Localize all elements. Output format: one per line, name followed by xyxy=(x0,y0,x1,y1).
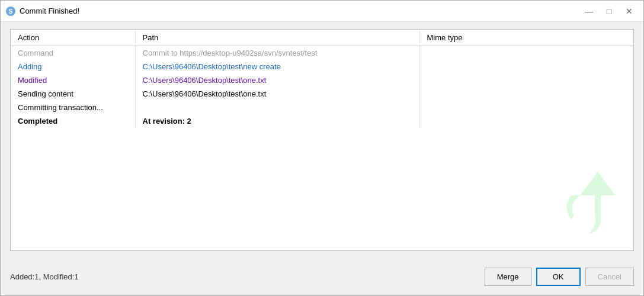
cell-action: Adding xyxy=(11,60,135,73)
cell-path: Commit to https://desktop-u9402sa/svn/sv… xyxy=(135,46,419,60)
title-bar: S Commit Finished! — □ ✕ xyxy=(1,1,643,22)
minimize-button[interactable]: — xyxy=(579,4,598,18)
cell-path: At revision: 2 xyxy=(135,114,419,128)
svn-watermark xyxy=(550,166,621,244)
cell-path: C:\Users\96406\Desktop\test\one.txt xyxy=(135,87,419,101)
table-container: Action Path Mime type CommandCommit to h… xyxy=(10,29,634,251)
window-content: Action Path Mime type CommandCommit to h… xyxy=(1,22,643,258)
col-header-path: Path xyxy=(135,30,419,46)
status-text: Added:1, Modified:1 xyxy=(10,272,79,281)
table-row: CompletedAt revision: 2 xyxy=(11,114,633,128)
cell-action: Sending content xyxy=(11,87,135,101)
svg-text:S: S xyxy=(9,8,13,15)
cell-mime xyxy=(419,46,633,60)
cell-action: Committing transaction... xyxy=(11,101,135,114)
table-row: ModifiedC:\Users\96406\Desktop\test\one.… xyxy=(11,73,633,87)
cell-mime xyxy=(419,73,633,87)
cell-mime xyxy=(419,101,633,114)
table-row: Committing transaction... xyxy=(11,101,633,114)
table-row: CommandCommit to https://desktop-u9402sa… xyxy=(11,46,633,60)
cell-mime xyxy=(419,114,633,128)
cell-action: Completed xyxy=(11,114,135,128)
commit-table: Action Path Mime type CommandCommit to h… xyxy=(11,30,633,128)
footer-buttons: Merge OK Cancel xyxy=(485,268,634,286)
cell-mime xyxy=(419,87,633,101)
cell-path: C:\Users\96406\Desktop\test\new create xyxy=(135,60,419,73)
merge-button[interactable]: Merge xyxy=(485,268,531,286)
cell-path: C:\Users\96406\Desktop\test\one.txt xyxy=(135,73,419,87)
close-button[interactable]: ✕ xyxy=(620,4,639,18)
table-row: AddingC:\Users\96406\Desktop\test\new cr… xyxy=(11,60,633,73)
cell-action: Modified xyxy=(11,73,135,87)
cell-mime xyxy=(419,60,633,73)
cancel-button[interactable]: Cancel xyxy=(585,268,634,286)
col-header-action: Action xyxy=(11,30,135,46)
ok-button[interactable]: OK xyxy=(536,268,581,286)
maximize-button[interactable]: □ xyxy=(600,4,619,18)
cell-action: Command xyxy=(11,46,135,60)
title-controls: — □ ✕ xyxy=(579,4,639,18)
window-title: Commit Finished! xyxy=(20,7,79,15)
svn-icon: S xyxy=(5,6,16,17)
table-row: Sending contentC:\Users\96406\Desktop\te… xyxy=(11,87,633,101)
footer: Added:1, Modified:1 Merge OK Cancel xyxy=(1,260,643,295)
title-bar-left: S Commit Finished! xyxy=(5,6,79,17)
commit-finished-window: S Commit Finished! — □ ✕ Action Path Mim… xyxy=(0,0,644,296)
col-header-mime: Mime type xyxy=(419,30,633,46)
cell-path xyxy=(135,101,419,114)
